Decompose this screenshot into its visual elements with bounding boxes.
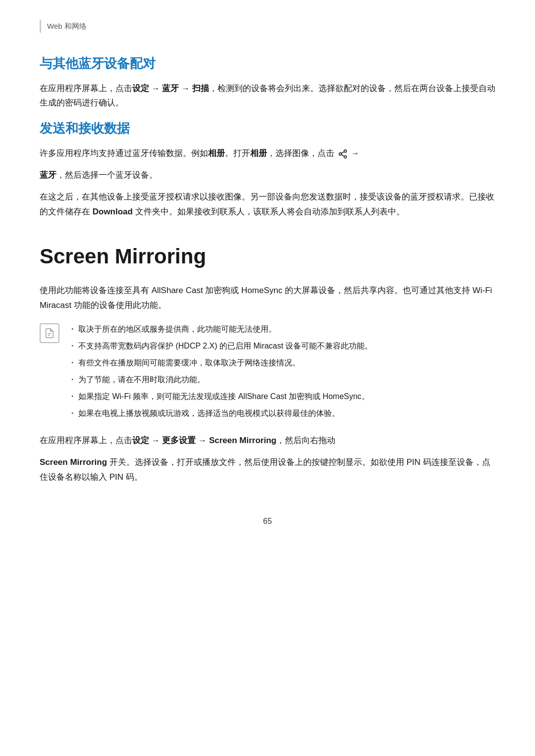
note-icon bbox=[40, 323, 59, 343]
section2-paragraph1: 许多应用程序均支持通过蓝牙传输数据。例如相册。打开相册，选择图像，点击 → bbox=[40, 146, 495, 161]
note-box: 取决于所在的地区或服务提供商，此功能可能无法使用。 不支持高带宽数码内容保护 (… bbox=[40, 322, 495, 423]
page-number: 65 bbox=[263, 517, 272, 525]
svg-line-3 bbox=[341, 154, 344, 156]
breadcrumb: Web 和网络 bbox=[40, 20, 495, 33]
section2-title: 发送和接收数据 bbox=[40, 117, 495, 139]
page-footer: 65 bbox=[40, 514, 495, 528]
section2-paragraph1b: 蓝牙，然后选择一个蓝牙设备。 bbox=[40, 168, 495, 183]
section3-instruction2: Screen Mirroring 开关。选择设备，打开或播放文件，然后使用设备上… bbox=[40, 455, 495, 485]
svg-line-4 bbox=[341, 151, 344, 153]
note-item-3: 有些文件在播放期间可能需要缓冲，取体取决于网络连接情况。 bbox=[68, 356, 495, 370]
note-content: 取决于所在的地区或服务提供商，此功能可能无法使用。 不支持高带宽数码内容保护 (… bbox=[68, 322, 495, 423]
section2-paragraph2: 在这之后，在其他设备上接受蓝牙授权请求以接收图像。另一部设备向您发送数据时，接受… bbox=[40, 190, 495, 219]
section3-title: Screen Mirroring bbox=[40, 239, 495, 274]
section1-paragraph1: 在应用程序屏幕上，点击设定 → 蓝牙 → 扫描，检测到的设备将会列出来。选择欲配… bbox=[40, 81, 495, 111]
section1-title: 与其他蓝牙设备配对 bbox=[40, 52, 495, 74]
note-item-5: 如果指定 Wi-Fi 频率，则可能无法发现或连接 AllShare Cast 加… bbox=[68, 390, 495, 403]
note-item-1: 取决于所在的地区或服务提供商，此功能可能无法使用。 bbox=[68, 322, 495, 336]
note-item-6: 如果在电视上播放视频或玩游戏，选择适当的电视模式以获得最佳的体验。 bbox=[68, 406, 495, 420]
note-item-4: 为了节能，请在不用时取消此功能。 bbox=[68, 373, 495, 387]
section3-instruction1: 在应用程序屏幕上，点击设定 → 更多设置 → Screen Mirroring，… bbox=[40, 433, 495, 448]
note-item-2: 不支持高带宽数码内容保护 (HDCP 2.X) 的已启用 Miracast 设备… bbox=[68, 339, 495, 353]
share-icon bbox=[338, 149, 348, 159]
section3-intro: 使用此功能将设备连接至具有 AllShare Cast 加密狗或 HomeSyn… bbox=[40, 283, 495, 313]
